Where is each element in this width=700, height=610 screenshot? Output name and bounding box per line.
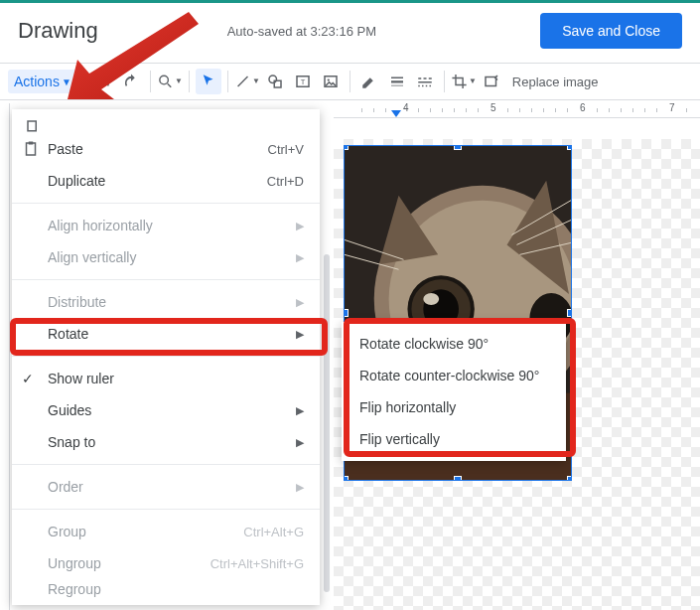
menu-item-guides[interactable]: Guides ▶ (12, 394, 320, 426)
indent-marker-icon[interactable] (391, 110, 401, 117)
resize-handle-sw[interactable] (344, 476, 349, 481)
image-tool-icon[interactable] (318, 69, 344, 94)
svg-rect-13 (423, 77, 426, 79)
menu-separator (12, 509, 320, 510)
shortcut-label: Ctrl+Alt+Shift+G (210, 556, 304, 571)
caret-down-icon: ▼ (62, 76, 71, 87)
svg-rect-15 (418, 81, 432, 83)
svg-rect-17 (422, 85, 424, 87)
redo-icon[interactable] (118, 69, 144, 94)
submenu-item-rotate-ccw[interactable]: Rotate counter-clockwise 90° (342, 360, 566, 391)
menu-item-show-ruler[interactable]: ✓ Show ruler (12, 363, 320, 394)
menu-separator (12, 279, 320, 280)
menu-item-copy: Copy (12, 115, 320, 133)
undo-icon[interactable] (90, 69, 116, 94)
resize-handle-e[interactable] (567, 309, 572, 317)
rotate-submenu: Rotate clockwise 90° Rotate counter-cloc… (342, 322, 566, 461)
menu-item-regroup: Regroup (12, 579, 320, 599)
svg-line-1 (168, 83, 172, 87)
submenu-arrow-icon: ▶ (296, 251, 304, 264)
submenu-item-flip-horizontal[interactable]: Flip horizontally (342, 391, 566, 423)
shape-tool-icon[interactable] (262, 69, 288, 94)
menu-item-duplicate[interactable]: Duplicate Ctrl+D (12, 165, 320, 197)
svg-rect-18 (426, 85, 428, 87)
dialog-title: Drawing (18, 18, 98, 44)
zoom-icon[interactable]: ▼ (157, 69, 183, 94)
horizontal-ruler: 4 5 6 7 (334, 100, 700, 118)
submenu-item-flip-vertical[interactable]: Flip vertically (342, 423, 566, 455)
resize-handle-ne[interactable] (567, 145, 572, 150)
border-weight-icon[interactable] (384, 69, 410, 94)
checkmark-icon: ✓ (22, 371, 34, 386)
toolbar: Actions ▼ ▼ ▼ T ▼ Replace image (0, 63, 700, 100)
submenu-arrow-icon: ▶ (296, 296, 304, 309)
copy-icon (22, 115, 40, 133)
paste-icon (22, 140, 40, 158)
menu-item-snap-to[interactable]: Snap to ▶ (12, 426, 320, 458)
svg-rect-12 (418, 77, 421, 79)
shortcut-label: Ctrl+Alt+G (243, 525, 304, 539)
line-tool-icon[interactable]: ▼ (234, 69, 260, 94)
svg-rect-10 (391, 80, 403, 82)
menu-item-ungroup: Ungroup Ctrl+Alt+Shift+G (12, 547, 320, 579)
menu-item-align-horizontally: Align horizontally ▶ (12, 210, 320, 241)
menu-separator (12, 464, 320, 465)
svg-rect-11 (391, 85, 403, 86)
submenu-arrow-icon: ▶ (296, 481, 304, 494)
svg-point-8 (327, 78, 329, 80)
svg-rect-19 (429, 85, 431, 87)
svg-rect-20 (486, 77, 496, 86)
submenu-item-rotate-cw[interactable]: Rotate clockwise 90° (342, 328, 566, 360)
replace-image-button[interactable]: Replace image (512, 75, 599, 89)
resize-handle-w[interactable] (344, 309, 349, 317)
save-and-close-button[interactable]: Save and Close (540, 13, 682, 49)
shortcut-label: Ctrl+D (267, 174, 304, 189)
menu-item-group: Group Ctrl+Alt+G (12, 516, 320, 547)
svg-point-0 (160, 76, 169, 84)
border-color-icon[interactable] (356, 69, 382, 94)
header: Drawing Auto-saved at 3:23:16 PM Save an… (0, 3, 700, 63)
submenu-arrow-icon: ▶ (296, 220, 304, 232)
reset-image-icon[interactable] (479, 69, 504, 94)
shortcut-label: Ctrl+V (268, 142, 304, 157)
resize-handle-se[interactable] (567, 476, 572, 481)
menu-item-rotate[interactable]: Rotate ▶ (12, 318, 320, 350)
svg-point-3 (269, 76, 277, 83)
submenu-arrow-icon: ▶ (296, 328, 304, 341)
svg-rect-16 (418, 85, 420, 87)
resize-handle-n[interactable] (454, 145, 462, 150)
svg-point-28 (423, 293, 439, 305)
menu-item-distribute: Distribute ▶ (12, 286, 320, 318)
menu-item-order: Order ▶ (12, 471, 320, 503)
textbox-tool-icon[interactable]: T (290, 69, 316, 94)
svg-rect-9 (391, 77, 403, 79)
menu-separator (12, 356, 320, 357)
actions-label: Actions (14, 74, 60, 89)
svg-rect-36 (27, 143, 36, 155)
autosave-status: Auto-saved at 3:23:16 PM (227, 24, 376, 39)
svg-line-2 (237, 76, 247, 86)
border-dash-icon[interactable] (412, 69, 438, 94)
crop-icon[interactable]: ▼ (451, 69, 477, 94)
svg-rect-37 (29, 142, 34, 145)
submenu-arrow-icon: ▶ (296, 436, 304, 449)
vertical-ruler-edge (0, 103, 10, 610)
resize-handle-s[interactable] (454, 476, 462, 481)
svg-text:T: T (301, 77, 306, 86)
menu-item-align-vertically: Align vertically ▶ (12, 241, 320, 273)
menu-separator (12, 203, 320, 204)
menu-scrollbar[interactable] (324, 254, 330, 592)
submenu-arrow-icon: ▶ (296, 404, 304, 417)
svg-rect-35 (28, 121, 36, 131)
actions-dropdown-menu: Copy Paste Ctrl+V Duplicate Ctrl+D Align… (12, 109, 320, 605)
svg-rect-14 (429, 77, 432, 79)
actions-menu-button[interactable]: Actions ▼ (8, 70, 77, 93)
resize-handle-nw[interactable] (344, 145, 349, 150)
menu-item-paste[interactable]: Paste Ctrl+V (12, 133, 320, 165)
select-tool-icon[interactable] (196, 69, 221, 94)
